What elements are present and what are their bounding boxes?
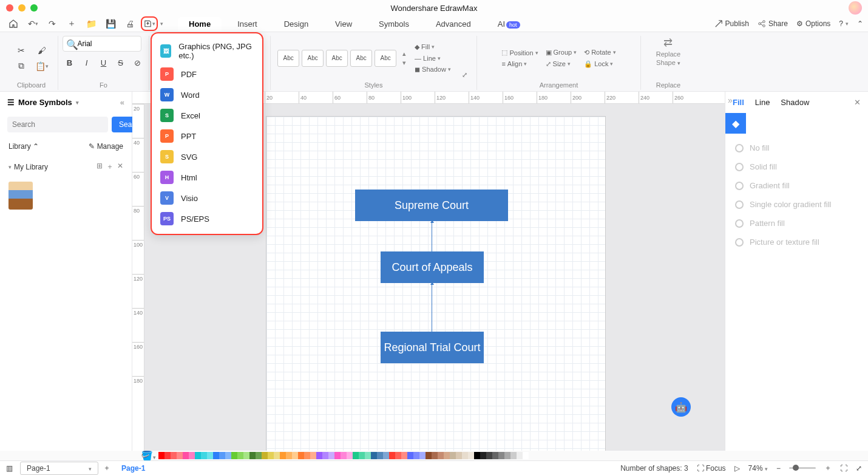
- bold-button[interactable]: B: [63, 55, 77, 70]
- color-swatch[interactable]: [183, 452, 189, 459]
- color-swatch[interactable]: [383, 452, 389, 459]
- export-ps-eps[interactable]: PSPS/EPS: [152, 208, 262, 229]
- format-painter-icon[interactable]: 🖌: [33, 43, 50, 58]
- color-swatch[interactable]: [517, 452, 523, 459]
- fill-option[interactable]: Picture or texture fill: [734, 233, 860, 251]
- fill-option[interactable]: Solid fill: [734, 157, 860, 176]
- shadow-dropdown[interactable]: ◼ Shadow ▾: [412, 64, 453, 75]
- color-swatch[interactable]: [207, 452, 213, 459]
- color-swatch[interactable]: [298, 452, 304, 459]
- color-swatch[interactable]: [286, 452, 292, 459]
- fill-option[interactable]: Gradient fill: [734, 176, 860, 195]
- connector-line[interactable]: [432, 222, 432, 251]
- paste-icon[interactable]: 📋▾: [33, 59, 50, 73]
- rotate-dropdown[interactable]: ⟲ Rotate▾: [581, 47, 618, 58]
- color-swatch[interactable]: [462, 452, 468, 459]
- color-swatch[interactable]: [262, 452, 268, 459]
- color-swatch[interactable]: [280, 452, 286, 459]
- export-ppt[interactable]: PPPT: [152, 126, 262, 146]
- color-swatch[interactable]: [237, 452, 243, 459]
- color-swatch[interactable]: [480, 452, 486, 459]
- color-swatch[interactable]: [274, 452, 280, 459]
- color-swatch[interactable]: [213, 452, 219, 459]
- shape-box[interactable]: Regional Trial Court: [381, 332, 484, 363]
- fill-tool-icon[interactable]: ◆: [725, 113, 746, 134]
- window-close[interactable]: [6, 4, 13, 12]
- italic-button[interactable]: I: [80, 55, 94, 70]
- color-swatch[interactable]: [401, 452, 407, 459]
- export-html[interactable]: HHtml: [152, 167, 262, 188]
- styles-down[interactable]: ▾: [402, 59, 406, 67]
- color-swatch[interactable]: [510, 452, 517, 459]
- fill-option[interactable]: Pattern fill: [734, 214, 860, 233]
- color-bar[interactable]: 🪣▾: [0, 451, 868, 460]
- export-pdf[interactable]: PPDF: [152, 64, 262, 84]
- more-symbols-label[interactable]: More Symbols: [18, 98, 72, 107]
- chat-fab-icon[interactable]: 🤖: [671, 397, 691, 417]
- color-swatch[interactable]: [249, 452, 256, 459]
- color-swatch[interactable]: [322, 452, 328, 459]
- replace-shape-icon[interactable]: ⇄: [663, 36, 673, 49]
- tab-advanced[interactable]: Advanced: [425, 17, 482, 31]
- style-preset[interactable]: Abc: [350, 50, 372, 67]
- symbol-search-input[interactable]: [7, 117, 108, 132]
- color-swatch[interactable]: [371, 452, 377, 459]
- expand-right-icon[interactable]: »: [725, 93, 735, 108]
- color-swatch[interactable]: [292, 452, 298, 459]
- color-swatch[interactable]: [334, 452, 341, 459]
- print-icon[interactable]: 🖨: [121, 16, 138, 31]
- play-icon[interactable]: ▷: [734, 464, 740, 473]
- layout-icon[interactable]: ▥: [6, 464, 13, 473]
- open-icon[interactable]: 📁: [83, 16, 100, 31]
- color-swatch[interactable]: [316, 452, 322, 459]
- lib-add-icon[interactable]: ⊞: [97, 162, 103, 172]
- fullscreen-icon[interactable]: ⤢: [856, 464, 862, 473]
- zoom-value[interactable]: 74% ▾: [748, 464, 768, 473]
- help-icon[interactable]: ? ▾: [839, 19, 849, 28]
- add-page-icon[interactable]: ＋: [103, 463, 110, 473]
- manage-button[interactable]: ✎ Manage: [89, 142, 123, 151]
- color-swatch[interactable]: [395, 452, 401, 459]
- color-swatch[interactable]: [231, 452, 237, 459]
- color-swatch[interactable]: [523, 452, 529, 459]
- align-dropdown[interactable]: ≡ Align▾: [499, 59, 540, 69]
- shape-box[interactable]: Supreme Court: [355, 190, 508, 221]
- strike-button[interactable]: S: [114, 55, 128, 70]
- publish-button[interactable]: Publish: [714, 19, 749, 28]
- color-swatch[interactable]: [444, 452, 450, 459]
- fill-option[interactable]: Single color gradient fill: [734, 195, 860, 214]
- window-minimize[interactable]: [18, 4, 25, 12]
- lock-dropdown[interactable]: 🔒 Lock▾: [581, 59, 618, 69]
- color-swatch[interactable]: [389, 452, 395, 459]
- connector-line[interactable]: [432, 284, 432, 332]
- style-preset[interactable]: Abc: [326, 50, 348, 67]
- undo-icon[interactable]: ↶ ▾: [24, 16, 41, 31]
- style-preset[interactable]: Abc: [302, 50, 324, 67]
- symbols-menu-icon[interactable]: ☰: [7, 98, 15, 107]
- color-swatch[interactable]: [474, 452, 480, 459]
- export-graphics-png-jpg-etc-[interactable]: 🖼Graphics (PNG, JPG etc.): [152, 38, 262, 64]
- styles-up[interactable]: ▴: [402, 50, 406, 58]
- color-swatch[interactable]: [177, 452, 183, 459]
- color-swatch[interactable]: [158, 452, 164, 459]
- zoom-in-icon[interactable]: ＋: [824, 463, 832, 473]
- page-tab-1[interactable]: Page-1: [115, 462, 151, 474]
- color-swatch[interactable]: [304, 452, 310, 459]
- toolbar-overflow[interactable]: ▾: [160, 21, 163, 27]
- tab-view[interactable]: View: [324, 17, 363, 31]
- zoom-slider[interactable]: [789, 467, 816, 469]
- color-swatch[interactable]: [413, 452, 419, 459]
- color-swatch[interactable]: [468, 452, 474, 459]
- copy-icon[interactable]: ⧉: [13, 59, 30, 73]
- my-library-section[interactable]: ▾ My Library ⊞ ＋ ✕: [0, 157, 132, 177]
- collapse-ribbon-icon[interactable]: ⌃: [857, 19, 863, 28]
- color-swatch[interactable]: [365, 452, 371, 459]
- color-swatch[interactable]: [498, 452, 504, 459]
- color-swatch[interactable]: [419, 452, 426, 459]
- tab-symbols[interactable]: Symbols: [368, 17, 420, 31]
- lib-plus-icon[interactable]: ＋: [106, 162, 114, 172]
- fill-dropdown[interactable]: ◆ Fill ▾: [412, 42, 453, 52]
- color-swatch[interactable]: [359, 452, 365, 459]
- export-word[interactable]: WWord: [152, 84, 262, 105]
- user-avatar[interactable]: [849, 1, 862, 15]
